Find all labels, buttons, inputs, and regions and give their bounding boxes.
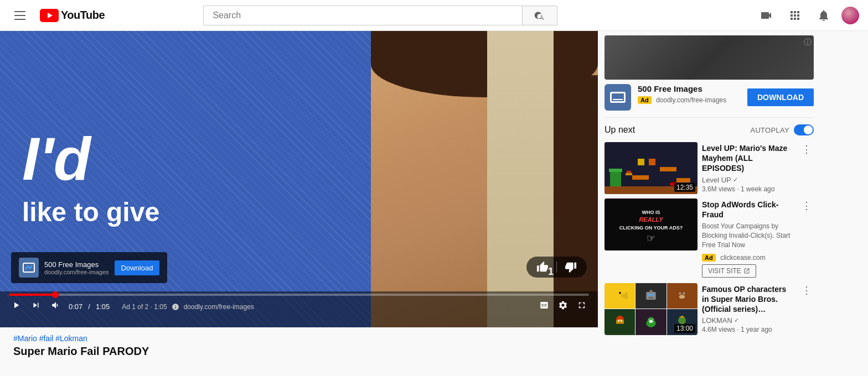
sidebar: ⓘ 500 Free Images Ad doodly.com/free-ima… bbox=[598, 31, 820, 376]
sidebar-ad-item-desc: Boost Your Campaigns by Blocking Invalid… bbox=[702, 222, 795, 249]
sidebar-ad-item-info-clickfraud: Stop AdWords Click-Fraud Boost Your Camp… bbox=[702, 199, 795, 279]
robot-icon bbox=[643, 288, 659, 304]
progress-bar[interactable] bbox=[9, 294, 589, 296]
verified-icon-famous: ✓ bbox=[734, 317, 739, 324]
mario-icon bbox=[612, 315, 628, 330]
ad-overlay-icon bbox=[19, 258, 39, 278]
ad-info: Ad 1 of 2 · 1:05 doodly.com/free-images bbox=[122, 303, 254, 311]
search-button[interactable] bbox=[522, 6, 557, 25]
bell-icon bbox=[817, 9, 830, 22]
sidebar-ad-item-title: Stop AdWords Click-Fraud bbox=[702, 200, 795, 220]
video-right-panel bbox=[371, 31, 598, 327]
video-item-mario[interactable]: 12:35 Level UP: Mario's Maze Mayhem (ALL… bbox=[604, 142, 814, 194]
sidebar-ad-icon bbox=[604, 84, 631, 111]
cc-icon bbox=[539, 300, 549, 310]
thumbs-down-icon bbox=[565, 261, 577, 273]
fullscreen-icon bbox=[577, 300, 587, 310]
search-form[interactable] bbox=[203, 6, 557, 25]
ad-overlay-url: doodly.com/free-images bbox=[44, 269, 109, 275]
svg-rect-7 bbox=[632, 175, 649, 180]
like-dislike-overlay bbox=[526, 257, 587, 278]
video-duration-famous: 13:00 bbox=[674, 324, 695, 333]
dislike-button[interactable] bbox=[561, 260, 580, 274]
progress-fill bbox=[9, 294, 55, 296]
sidebar-download-button[interactable]: DOWNLOAD bbox=[747, 88, 814, 106]
svg-rect-8 bbox=[660, 167, 676, 171]
sidebar-ad-url: doodly.com/free-images bbox=[656, 96, 726, 104]
video-text-id: I'd bbox=[22, 131, 349, 186]
video-item-famous[interactable]: 13:00 Famous OP characters in Super Mari… bbox=[604, 283, 814, 335]
svg-rect-26 bbox=[649, 297, 654, 299]
header: YouTube bbox=[0, 0, 868, 31]
video-section: I'd like to give bbox=[0, 31, 598, 376]
controls-row: 0:07 / 1:05 Ad 1 of 2 · 1:05 doodly.com/… bbox=[9, 299, 589, 314]
apps-icon bbox=[788, 9, 802, 22]
visit-site-button[interactable]: VISIT SITE bbox=[702, 264, 756, 278]
svg-text:WHO IS: WHO IS bbox=[642, 210, 660, 215]
ad-url-bottom: doodly.com/free-images bbox=[184, 303, 254, 311]
more-options-famous[interactable]: ⋮ bbox=[799, 283, 814, 297]
svg-rect-27 bbox=[649, 290, 652, 293]
volume-button[interactable] bbox=[49, 299, 63, 314]
video-text-like: like to give bbox=[22, 197, 349, 227]
play-button[interactable] bbox=[9, 299, 23, 314]
svg-rect-10 bbox=[638, 159, 644, 165]
fullscreen-button[interactable] bbox=[575, 299, 589, 314]
notifications-button[interactable] bbox=[813, 4, 835, 27]
svg-rect-13 bbox=[626, 173, 632, 175]
famous-cell-5 bbox=[636, 309, 666, 335]
svg-point-42 bbox=[649, 320, 653, 322]
svg-text:REALLY: REALLY bbox=[639, 216, 664, 223]
video-info: #Mario #fail #Lokman Super Mario Fail PA… bbox=[0, 327, 598, 362]
sidebar-ad-item-meta: Ad clickcease.com bbox=[702, 252, 795, 262]
video-hashtags[interactable]: #Mario #fail #Lokman bbox=[13, 334, 585, 343]
video-thumb-famous: 13:00 bbox=[604, 283, 698, 335]
ad-overlay-text: 500 Free Images doodly.com/free-images bbox=[44, 260, 109, 275]
svg-rect-5 bbox=[610, 170, 621, 186]
youtube-logo[interactable]: YouTube bbox=[40, 9, 105, 22]
header-left: YouTube bbox=[9, 4, 105, 27]
sidebar-ad-title: 500 Free Images bbox=[638, 84, 741, 93]
clickfraud-ad-badge: Ad bbox=[702, 254, 716, 262]
video-player[interactable]: I'd like to give bbox=[0, 31, 598, 327]
svg-rect-9 bbox=[676, 178, 690, 182]
sidebar-ad-meta: Ad doodly.com/free-images bbox=[638, 95, 741, 105]
settings-button[interactable] bbox=[556, 299, 570, 314]
ad-info-text: Ad 1 of 2 · 1:05 bbox=[122, 303, 167, 311]
svg-rect-36 bbox=[616, 320, 624, 323]
time-separator: / bbox=[88, 302, 90, 311]
more-options-mario[interactable]: ⋮ bbox=[799, 142, 814, 156]
cc-button[interactable] bbox=[537, 299, 551, 314]
svg-point-39 bbox=[621, 320, 622, 322]
svg-point-32 bbox=[680, 293, 681, 294]
sidebar-ad-item-clickfraud[interactable]: WHO IS REALLY CLICKING ON YOUR ADS? ☞ St… bbox=[604, 199, 814, 279]
ad-info-button[interactable]: ⓘ bbox=[804, 38, 812, 48]
svg-point-33 bbox=[684, 293, 685, 294]
progress-dot bbox=[52, 291, 59, 298]
svg-rect-25 bbox=[652, 294, 654, 296]
verified-icon-mario: ✓ bbox=[733, 176, 738, 184]
sidebar-ad-body: 500 Free Images Ad doodly.com/free-image… bbox=[638, 84, 741, 105]
more-options-clickfraud[interactable]: ⋮ bbox=[799, 199, 814, 213]
time-display: 0:07 bbox=[69, 302, 82, 311]
svg-rect-23 bbox=[646, 292, 656, 300]
apps-button[interactable] bbox=[784, 4, 806, 27]
svg-point-45 bbox=[649, 319, 650, 320]
create-button[interactable] bbox=[755, 4, 777, 27]
sidebar-ad-card-image: ⓘ bbox=[604, 35, 814, 80]
main-container: I'd like to give bbox=[0, 31, 868, 376]
up-next-header: Up next AUTOPLAY bbox=[604, 124, 814, 135]
video-item-title-mario: Level UP: Mario's Maze Mayhem (ALL EPISO… bbox=[702, 143, 795, 174]
svg-point-29 bbox=[679, 295, 685, 299]
hamburger-menu-button[interactable] bbox=[9, 4, 31, 27]
video-bottom-bar: 0:07 / 1:05 Ad 1 of 2 · 1:05 doodly.com/… bbox=[0, 291, 598, 327]
search-input[interactable] bbox=[203, 6, 522, 25]
svg-point-46 bbox=[652, 319, 653, 320]
video-title: Super Mario Fail PARODY bbox=[13, 345, 585, 358]
ad-overlay-download-button[interactable]: Download bbox=[115, 260, 160, 275]
avatar[interactable] bbox=[841, 7, 859, 24]
ctrl-right bbox=[537, 299, 589, 314]
next-button[interactable] bbox=[29, 299, 43, 314]
autoplay-toggle[interactable] bbox=[794, 124, 814, 135]
header-center bbox=[203, 6, 557, 25]
